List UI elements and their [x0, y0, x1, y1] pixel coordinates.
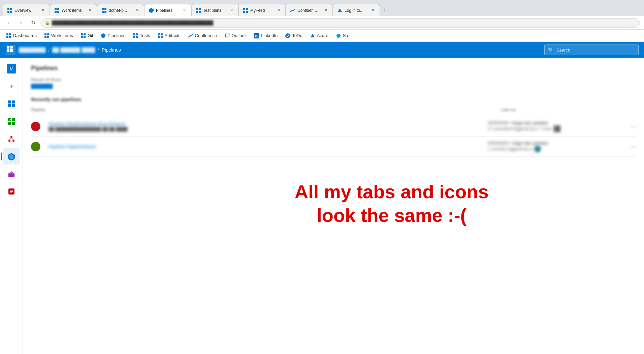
sidebar-add[interactable]: +	[3, 78, 20, 94]
svg-text:O: O	[227, 34, 228, 36]
browser-tab-bar: Overview ✕ Work items ✕ dotnet-p... ✕ Pi…	[0, 0, 644, 16]
add-icon: +	[9, 83, 13, 90]
tab-loginto[interactable]: Log in to... ✕	[333, 4, 380, 16]
sidebar-repos[interactable]	[3, 131, 20, 147]
bookmark-azure[interactable]: Azure	[307, 32, 332, 40]
url-bar[interactable]: 🔒 ██████████████████████████████████████…	[40, 18, 640, 28]
pipeline-column-headers: Pipeline Last run	[31, 106, 636, 114]
svg-marker-20	[338, 8, 342, 12]
tab-testplans-close[interactable]: ✕	[229, 8, 234, 13]
sidebar-pipelines[interactable]	[3, 148, 20, 165]
breadcrumb-org[interactable]: ████████	[19, 47, 45, 53]
tab-workitems-close[interactable]: ✕	[87, 8, 93, 13]
tab-loginto-close[interactable]: ✕	[370, 8, 376, 13]
sidebar-red[interactable]	[3, 183, 20, 200]
boards-icon	[7, 100, 15, 108]
bookmark-todo[interactable]: ToDo	[282, 32, 305, 40]
bookmark-git[interactable]: Git	[77, 32, 97, 40]
pipeline-right-2: XXXXXXX • stage last updated 1 commits t…	[488, 141, 622, 152]
sidebar: V +	[0, 58, 23, 354]
bookmark-tests[interactable]: Tests	[129, 32, 153, 40]
tab-pipelines-close[interactable]: ✕	[182, 8, 187, 13]
tab-dotnet-close[interactable]: ✕	[134, 8, 140, 13]
svg-point-62	[8, 140, 10, 142]
more-tabs-button[interactable]: ›	[380, 4, 389, 16]
pipeline-name-2[interactable]: Pipeline-PipelineName	[49, 144, 96, 149]
svg-rect-27	[44, 36, 46, 38]
tab-myfeed[interactable]: MyFeed ✕	[238, 4, 286, 16]
bookmark-sa-label: Sa...	[343, 33, 352, 38]
svg-rect-6	[55, 11, 57, 13]
svg-rect-37	[158, 33, 160, 35]
pipeline-icon-1	[31, 122, 40, 131]
bookmark-artifacts-label: Artifacts	[165, 33, 181, 38]
artifacts-icon	[7, 170, 15, 178]
svg-rect-40	[161, 36, 163, 38]
svg-rect-68	[11, 171, 12, 172]
svg-rect-11	[104, 11, 106, 13]
lock-icon: 🔒	[45, 21, 50, 25]
bookmark-outlook[interactable]: O Outlook	[221, 32, 250, 40]
filter-link[interactable]: ███████	[31, 84, 636, 89]
bookmark-linkedin[interactable]: in LinkedIn	[251, 32, 281, 40]
svg-point-63	[12, 140, 14, 142]
tab-overview-close[interactable]: ✕	[40, 8, 45, 13]
svg-rect-7	[57, 11, 59, 13]
pipeline-last-run-meta-2: 1 commits triggered by ●	[488, 146, 622, 152]
bookmark-pipelines[interactable]: Pipelines	[97, 32, 129, 40]
svg-rect-31	[81, 36, 83, 38]
svg-rect-9	[104, 8, 106, 10]
url-text: ████████████████████████████████████████…	[52, 20, 213, 25]
pipeline-name-1[interactable]: Pipeline-PipelineName-BranchName	[49, 121, 127, 127]
tab-myfeed-close[interactable]: ✕	[276, 8, 281, 13]
tab-workitems[interactable]: Work items ✕	[50, 4, 97, 16]
pipeline-last-run-title-1: XXXXXXX • stage last updated	[488, 120, 622, 125]
svg-rect-66	[8, 173, 14, 177]
ado-logo[interactable]	[5, 45, 16, 55]
bookmark-workitems[interactable]: Work items	[41, 32, 76, 40]
svg-rect-59	[8, 122, 11, 125]
pipeline-meta-1: ██ ████████████████ ██ ██ ████	[49, 127, 127, 131]
bookmarks-bar: Dashboards Work items Git Pipelines Test…	[0, 30, 644, 42]
back-button[interactable]: ‹	[4, 18, 13, 28]
bookmark-artifacts[interactable]: Artifacts	[154, 32, 184, 40]
tab-testplans-label: Test plans	[203, 8, 227, 13]
tab-loginto-label: Log in to...	[345, 8, 368, 13]
reload-button[interactable]: ↻	[28, 18, 38, 28]
tab-confluence[interactable]: Confluen... ✕	[286, 4, 333, 16]
sidebar-testplans[interactable]	[3, 113, 20, 129]
sidebar-avatar[interactable]: V	[3, 61, 20, 77]
svg-rect-22	[9, 33, 11, 35]
forward-button[interactable]: ›	[16, 18, 26, 28]
pipeline-row: Pipeline-PipelineName-BranchName ██ ████…	[31, 116, 636, 137]
tab-dotnet[interactable]: dotnet-p... ✕	[97, 4, 144, 16]
tab-confluence-label: Confluen...	[297, 8, 321, 13]
svg-rect-1	[10, 8, 12, 10]
svg-rect-23	[6, 36, 8, 38]
svg-rect-0	[7, 8, 9, 10]
tab-pipelines[interactable]: Pipelines ✕	[144, 4, 191, 16]
svg-rect-16	[243, 8, 245, 10]
bookmark-dashboards[interactable]: Dashboards	[3, 32, 40, 40]
svg-rect-13	[199, 8, 201, 10]
pipelines-icon	[7, 152, 15, 160]
tab-testplans[interactable]: Test plans ✕	[191, 4, 238, 16]
ado-breadcrumb: ████████ / ██ ██████ ████ / Pipelines	[19, 47, 542, 53]
breadcrumb-project[interactable]: ██ ██████ ████	[52, 47, 95, 53]
svg-rect-38	[161, 33, 163, 35]
svg-rect-32	[84, 36, 86, 38]
svg-rect-12	[196, 8, 198, 10]
tab-confluence-close[interactable]: ✕	[323, 8, 328, 13]
user-avatar: V	[7, 64, 16, 73]
sidebar-artifacts[interactable]	[3, 166, 20, 182]
col-lastrun-header: Last run	[501, 106, 636, 114]
avatar-2	[534, 146, 541, 152]
content-area: Pipelines Result 10 Runs ███████ Recentl…	[23, 58, 644, 164]
svg-rect-30	[84, 33, 86, 35]
bookmark-sa[interactable]: Sa...	[332, 32, 355, 40]
sidebar-boards[interactable]	[3, 96, 20, 112]
bookmark-confluence[interactable]: Confluence	[185, 32, 221, 40]
bookmark-confluence-label: Confluence	[195, 33, 217, 38]
ado-search-box[interactable]: 🔍 Search	[544, 45, 639, 55]
tab-overview[interactable]: Overview ✕	[3, 4, 50, 16]
